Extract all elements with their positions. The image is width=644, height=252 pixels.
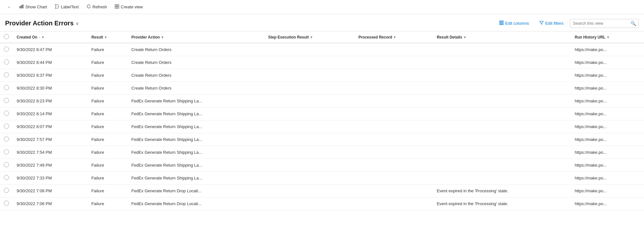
chevron-icon-step-execution: ∨: [310, 35, 312, 39]
col-result-details[interactable]: Result Details ∨: [433, 31, 571, 43]
cell-run-history-url[interactable]: https://make.po...: [571, 159, 644, 172]
cell-provider-action[interactable]: FedEx Generate Return Shipping La...: [128, 95, 264, 108]
cell-processed-record: [355, 43, 433, 56]
cell-run-history-url[interactable]: https://make.po...: [571, 133, 644, 146]
edit-filters-icon: [539, 21, 544, 26]
table-row: 9/30/2022 8:30 PMFailureCreate Return Or…: [0, 82, 644, 95]
row-checkbox-cell[interactable]: [0, 82, 13, 95]
cell-run-history-url[interactable]: https://make.po...: [571, 197, 644, 210]
row-checkbox[interactable]: [4, 47, 9, 52]
edit-filters-button[interactable]: Edit filters: [535, 19, 567, 28]
cell-provider-action[interactable]: Create Return Orders: [128, 69, 264, 82]
cell-run-history-url[interactable]: https://make.po...: [571, 95, 644, 108]
cell-run-history-url[interactable]: https://make.po...: [571, 69, 644, 82]
row-checkbox-cell[interactable]: [0, 69, 13, 82]
cell-provider-action[interactable]: FedEx Generate Return Shipping La...: [128, 159, 264, 172]
row-checkbox-cell[interactable]: [0, 95, 13, 108]
row-checkbox-cell[interactable]: [0, 197, 13, 210]
row-checkbox[interactable]: [4, 188, 9, 193]
cell-result-details: [433, 82, 571, 95]
cell-provider-action[interactable]: Create Return Orders: [128, 43, 264, 56]
cell-run-history-url[interactable]: https://make.po...: [571, 108, 644, 120]
cell-result-details: Event expired in the 'Processing' state.: [433, 185, 571, 197]
cell-provider-action[interactable]: FedEx Generate Return Shipping La...: [128, 133, 264, 146]
search-input[interactable]: [570, 19, 628, 27]
row-checkbox[interactable]: [4, 136, 9, 142]
row-checkbox[interactable]: [4, 162, 9, 167]
col-run-history-url[interactable]: Run History URL ∨: [571, 31, 644, 43]
row-checkbox-cell[interactable]: [0, 159, 13, 172]
cell-result: Failure: [87, 95, 128, 108]
page-title-area: Provider Action Errors ∨: [5, 20, 79, 27]
row-checkbox-cell[interactable]: [0, 133, 13, 146]
row-checkbox[interactable]: [4, 85, 9, 90]
table-row: 9/30/2022 7:49 PMFailureFedEx Generate R…: [0, 159, 644, 172]
cell-run-history-url[interactable]: https://make.po...: [571, 185, 644, 197]
cell-provider-action[interactable]: Create Return Orders: [128, 56, 264, 69]
row-checkbox-cell[interactable]: [0, 108, 13, 120]
cell-provider-action[interactable]: Create Return Orders: [128, 82, 264, 95]
row-checkbox-cell[interactable]: [0, 172, 13, 185]
chevron-icon-result-details: ∨: [464, 35, 466, 39]
cell-result-details: [433, 172, 571, 185]
row-checkbox[interactable]: [4, 149, 9, 154]
row-checkbox[interactable]: [4, 72, 9, 77]
cell-step-execution-result: [264, 146, 355, 159]
row-checkbox[interactable]: [4, 98, 9, 103]
edit-columns-icon: [499, 21, 504, 26]
table-row: 9/30/2022 7:54 PMFailureFedEx Generate R…: [0, 146, 644, 159]
cell-provider-action[interactable]: FedEx Generate Return Shipping La...: [128, 172, 264, 185]
cell-created-on: 9/30/2022 8:23 PM: [13, 95, 87, 108]
cell-result: Failure: [87, 172, 128, 185]
cell-run-history-url[interactable]: https://make.po...: [571, 43, 644, 56]
sort-icon-created-on: ↓: [39, 35, 40, 39]
cell-provider-action[interactable]: FedEx Generate Return Drop Locati...: [128, 197, 264, 210]
cell-run-history-url[interactable]: https://make.po...: [571, 172, 644, 185]
cell-provider-action[interactable]: FedEx Generate Return Shipping La...: [128, 120, 264, 133]
label-text-label: LabelText: [61, 4, 79, 9]
svg-rect-4: [117, 4, 119, 6]
cell-provider-action[interactable]: FedEx Generate Return Drop Locati...: [128, 185, 264, 197]
cell-run-history-url[interactable]: https://make.po...: [571, 82, 644, 95]
edit-columns-button[interactable]: Edit columns: [495, 19, 533, 28]
search-button[interactable]: 🔍: [628, 19, 639, 28]
svg-rect-9: [502, 21, 503, 25]
cell-run-history-url[interactable]: https://make.po...: [571, 146, 644, 159]
create-view-button[interactable]: Create view: [111, 3, 146, 11]
col-run-history-url-label: Run History URL: [575, 35, 606, 39]
svg-rect-0: [20, 6, 21, 8]
back-button[interactable]: ←: [4, 3, 15, 11]
row-checkbox-cell[interactable]: [0, 43, 13, 56]
row-checkbox-cell[interactable]: [0, 146, 13, 159]
col-result[interactable]: Result ∨: [87, 31, 128, 43]
col-provider-action[interactable]: Provider Action ∨: [128, 31, 264, 43]
cell-created-on: 9/30/2022 8:07 PM: [13, 120, 87, 133]
row-checkbox[interactable]: [4, 124, 9, 129]
label-text-button[interactable]: LabelText: [52, 3, 82, 11]
cell-result-details: Event expired in the 'Processing' state.: [433, 197, 571, 210]
title-chevron-icon[interactable]: ∨: [76, 21, 79, 26]
svg-rect-6: [117, 7, 119, 8]
row-checkbox-cell[interactable]: [0, 56, 13, 69]
table-row: 9/30/2022 7:06 PMFailureFedEx Generate R…: [0, 197, 644, 210]
col-step-execution-result[interactable]: Step Execution Result ∨: [264, 31, 355, 43]
cell-provider-action[interactable]: FedEx Generate Return Shipping La...: [128, 146, 264, 159]
row-checkbox[interactable]: [4, 175, 9, 180]
select-all-checkbox[interactable]: [4, 34, 9, 39]
row-checkbox-cell[interactable]: [0, 185, 13, 197]
refresh-button[interactable]: Refresh: [83, 3, 111, 11]
row-checkbox-cell[interactable]: [0, 120, 13, 133]
cell-provider-action[interactable]: FedEx Generate Return Shipping La...: [128, 108, 264, 120]
row-checkbox[interactable]: [4, 59, 9, 65]
col-created-on[interactable]: Created On ↓ ∨: [13, 31, 87, 43]
col-processed-record[interactable]: Processed Record ∨: [355, 31, 433, 43]
cell-processed-record: [355, 95, 433, 108]
table-wrapper: Created On ↓ ∨ Result ∨ Provider Action …: [0, 31, 644, 210]
show-chart-button[interactable]: Show Chart: [16, 3, 50, 11]
cell-step-execution-result: [264, 43, 355, 56]
cell-run-history-url[interactable]: https://make.po...: [571, 56, 644, 69]
select-all-column[interactable]: [0, 31, 13, 43]
row-checkbox[interactable]: [4, 201, 9, 206]
cell-run-history-url[interactable]: https://make.po...: [571, 120, 644, 133]
row-checkbox[interactable]: [4, 111, 9, 116]
